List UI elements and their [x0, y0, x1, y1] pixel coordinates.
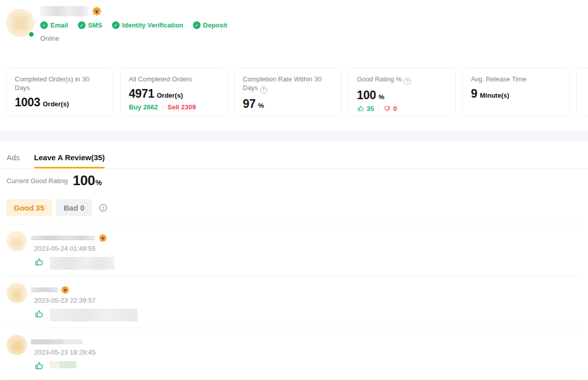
- merchant-name-redacted: [40, 6, 89, 16]
- verification-label: Deposit: [203, 21, 228, 29]
- tab-label: Ads: [7, 153, 20, 162]
- stat-unit: Order(s): [157, 92, 183, 99]
- check-icon: ✓: [193, 21, 201, 29]
- info-icon[interactable]: [99, 203, 107, 212]
- verification-badges: ✓ Email ✓ SMS ✓ Identity Verification ✓ …: [40, 21, 227, 29]
- help-icon[interactable]: ?: [404, 78, 411, 85]
- stat-value: 97: [243, 97, 256, 110]
- review-timestamp: 2023-05-24 01:49:55: [34, 245, 115, 252]
- verified-reviewer-badge-icon: v: [99, 234, 107, 242]
- reviewer-avatar: [7, 283, 27, 303]
- thumbs-up-icon: [34, 309, 44, 319]
- review-text-redacted: [50, 257, 115, 270]
- stat-label: Good Rating %: [357, 75, 402, 83]
- thumbs-down-count: 0: [393, 105, 397, 112]
- stat-label: Completion Rate Within 30 Days: [243, 75, 322, 92]
- verification-label: Identity Verification: [122, 21, 183, 29]
- rating-value: 100: [73, 173, 95, 189]
- rating-label: Current Good Rating: [7, 177, 68, 185]
- verified-merchant-badge-icon: v: [92, 7, 101, 16]
- tab-label: Leave A Review(35): [34, 153, 105, 162]
- reviewer-name-redacted: [31, 339, 82, 344]
- review-item: 2023-05-23 18:28:45: [6, 328, 582, 380]
- profile-header: v ✓ Email ✓ SMS ✓ Identity Verification …: [6, 5, 227, 42]
- reviewer-avatar: [7, 231, 27, 251]
- reviewer-avatar: [7, 335, 27, 355]
- review-content: [34, 309, 137, 321]
- thumbs-summary: 35 0: [357, 105, 447, 112]
- reviewer-name-row: v: [31, 233, 115, 242]
- reviewer-name-redacted: [31, 236, 95, 240]
- review-timestamp: 2023-05-23 22:39:57: [34, 297, 137, 304]
- divider: [378, 105, 379, 111]
- reviewer-name-redacted: [31, 287, 58, 292]
- thumbs-up-icon: [34, 257, 44, 267]
- verification-email: ✓ Email: [40, 21, 68, 29]
- verification-label: Email: [50, 21, 68, 29]
- verification-deposit: ✓ Deposit: [193, 21, 228, 29]
- rating-unit: %: [96, 179, 102, 187]
- current-good-rating: Current Good Rating 100 %: [7, 172, 102, 189]
- reviews-list: v 2023-05-24 01:49:55 v 2023-05-23 22:39…: [6, 224, 582, 380]
- stat-card-completed-30d: Completed Order(s) in 30 Days 1003Order(…: [6, 68, 114, 116]
- review-item: v 2023-05-23 22:39:57: [6, 276, 582, 328]
- stat-unit: %: [378, 93, 384, 101]
- review-content: [34, 361, 96, 371]
- merchant-profile-page: { "icons": { "more": "»", "help": "?", "…: [0, 0, 588, 380]
- stat-unit: Order(s): [43, 100, 69, 108]
- verified-reviewer-badge-icon: v: [61, 286, 69, 294]
- merchant-name-row: v: [40, 6, 227, 17]
- stat-unit: %: [258, 102, 264, 109]
- check-icon: ✓: [112, 21, 120, 29]
- tab-ads[interactable]: Ads: [7, 148, 20, 168]
- thumbs-up-count: 35: [367, 105, 374, 112]
- online-status-dot: [28, 31, 35, 38]
- sell-count: Sell 2309: [167, 103, 196, 111]
- online-status-label: Online: [40, 35, 227, 42]
- stats-card-row: Completed Order(s) in 30 Days 1003Order(…: [0, 68, 588, 116]
- stat-card-all-completed: All Completed Orders 4971Order(s) Buy 26…: [120, 68, 228, 116]
- stat-value: 9: [471, 87, 478, 100]
- stat-card-completion-rate: Completion Rate Within 30 Days? 97%: [234, 68, 342, 116]
- thumbs-up-icon: [357, 105, 365, 112]
- verification-sms: ✓ SMS: [78, 21, 102, 29]
- help-icon[interactable]: ?: [260, 86, 267, 94]
- stat-label: Avg. Release Time: [471, 75, 561, 83]
- thumbs-down-icon: [383, 105, 391, 112]
- review-text-redacted: [50, 309, 137, 321]
- check-icon: ✓: [78, 21, 86, 29]
- merchant-avatar: [6, 9, 35, 37]
- filter-bad-button[interactable]: Bad 0: [56, 199, 92, 216]
- thumbs-up-icon: [34, 361, 44, 371]
- stat-label: All Completed Orders: [129, 75, 219, 83]
- stat-value: 100: [357, 89, 376, 102]
- review-timestamp: 2023-05-23 18:28:45: [34, 348, 96, 356]
- profile-info: v ✓ Email ✓ SMS ✓ Identity Verification …: [40, 5, 227, 42]
- stat-unit: Minute(s): [480, 92, 510, 99]
- review-content: [34, 257, 115, 270]
- content-tabs: Ads Leave A Review(35): [0, 148, 588, 169]
- filter-good-button[interactable]: Good 35: [6, 199, 52, 216]
- stat-label: Completed Order(s) in 30 Days: [15, 75, 105, 92]
- verification-label: SMS: [88, 21, 102, 29]
- reviewer-name-row: v: [31, 285, 137, 294]
- review-filters: Good 35 Bad 0: [6, 199, 107, 216]
- verification-identity: ✓ Identity Verification: [112, 21, 183, 29]
- stat-card-avg-release-time: Avg. Release Time 9Minute(s): [462, 68, 570, 116]
- section-divider-band: [0, 130, 588, 141]
- stat-card-good-rating: Good Rating %? 100% 35 0: [348, 68, 456, 116]
- stat-value: 1003: [15, 96, 40, 109]
- expand-stats-button[interactable]: »: [576, 68, 588, 116]
- review-item: v 2023-05-24 01:49:55: [6, 224, 582, 276]
- active-tab-indicator: [34, 167, 105, 168]
- review-text-redacted: [50, 361, 76, 368]
- check-icon: ✓: [40, 21, 48, 29]
- divider: [162, 104, 163, 110]
- tab-leave-a-review[interactable]: Leave A Review(35): [34, 148, 105, 168]
- buy-count: Buy 2662: [129, 103, 158, 111]
- buy-sell-breakdown: Buy 2662 Sell 2309: [129, 103, 219, 111]
- reviewer-name-row: [31, 337, 96, 346]
- stat-value: 4971: [129, 87, 154, 100]
